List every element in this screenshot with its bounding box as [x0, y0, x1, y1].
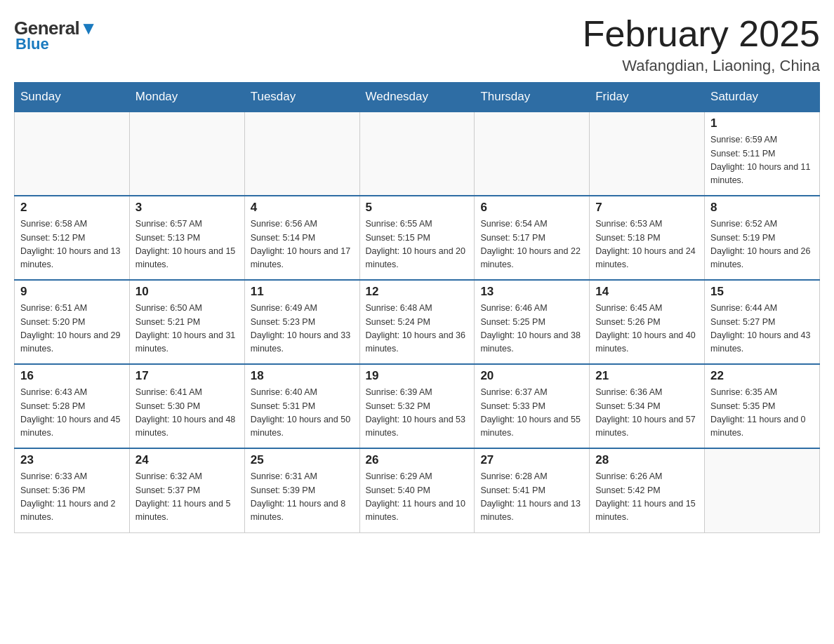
calendar-cell-w4-d1: 24Sunrise: 6:32 AMSunset: 5:37 PMDayligh…: [129, 448, 244, 532]
col-sunday: Sunday: [15, 83, 130, 112]
calendar-cell-w3-d1: 17Sunrise: 6:41 AMSunset: 5:30 PMDayligh…: [129, 364, 244, 448]
calendar-cell-w1-d1: 3Sunrise: 6:57 AMSunset: 5:13 PMDaylight…: [129, 196, 244, 280]
calendar-cell-w2-d4: 13Sunrise: 6:46 AMSunset: 5:25 PMDayligh…: [475, 280, 590, 364]
day-info-21: Sunrise: 6:36 AMSunset: 5:34 PMDaylight:…: [595, 386, 699, 441]
col-friday: Friday: [590, 83, 705, 112]
calendar-cell-w1-d4: 6Sunrise: 6:54 AMSunset: 5:17 PMDaylight…: [475, 196, 590, 280]
calendar-cell-w3-d2: 18Sunrise: 6:40 AMSunset: 5:31 PMDayligh…: [244, 364, 359, 448]
day-info-26: Sunrise: 6:29 AMSunset: 5:40 PMDaylight:…: [366, 470, 469, 525]
calendar-cell-w1-d5: 7Sunrise: 6:53 AMSunset: 5:18 PMDaylight…: [590, 196, 705, 280]
calendar-cell-w0-d5: [590, 112, 705, 196]
calendar-cell-w4-d6: [705, 448, 820, 532]
calendar-body: 1Sunrise: 6:59 AMSunset: 5:11 PMDaylight…: [15, 112, 820, 532]
calendar-cell-w0-d4: [475, 112, 590, 196]
calendar-cell-w4-d2: 25Sunrise: 6:31 AMSunset: 5:39 PMDayligh…: [244, 448, 359, 532]
calendar-cell-w1-d2: 4Sunrise: 6:56 AMSunset: 5:14 PMDaylight…: [244, 196, 359, 280]
day-number-12: 12: [366, 285, 469, 299]
day-number-8: 8: [710, 201, 814, 215]
logo-blue-text: Blue: [15, 35, 49, 53]
week-row-0: 1Sunrise: 6:59 AMSunset: 5:11 PMDaylight…: [15, 112, 820, 196]
calendar-cell-w2-d5: 14Sunrise: 6:45 AMSunset: 5:26 PMDayligh…: [590, 280, 705, 364]
calendar-cell-w1-d3: 5Sunrise: 6:55 AMSunset: 5:15 PMDaylight…: [359, 196, 475, 280]
day-number-10: 10: [135, 285, 239, 299]
days-of-week-row: Sunday Monday Tuesday Wednesday Thursday…: [15, 83, 820, 112]
day-info-17: Sunrise: 6:41 AMSunset: 5:30 PMDaylight:…: [135, 386, 239, 441]
calendar-header: Sunday Monday Tuesday Wednesday Thursday…: [15, 83, 820, 112]
day-info-10: Sunrise: 6:50 AMSunset: 5:21 PMDaylight:…: [135, 302, 239, 356]
calendar-cell-w4-d4: 27Sunrise: 6:28 AMSunset: 5:41 PMDayligh…: [475, 448, 590, 532]
day-number-9: 9: [20, 285, 124, 299]
day-info-13: Sunrise: 6:46 AMSunset: 5:25 PMDaylight:…: [480, 302, 583, 356]
day-number-3: 3: [135, 201, 239, 215]
col-saturday: Saturday: [705, 83, 820, 112]
day-info-15: Sunrise: 6:44 AMSunset: 5:27 PMDaylight:…: [710, 302, 814, 356]
day-number-23: 23: [20, 453, 124, 467]
logo: General▼ Blue: [14, 14, 98, 53]
day-info-14: Sunrise: 6:45 AMSunset: 5:26 PMDaylight:…: [595, 302, 699, 356]
week-row-3: 16Sunrise: 6:43 AMSunset: 5:28 PMDayligh…: [15, 364, 820, 448]
col-monday: Monday: [129, 83, 244, 112]
day-info-8: Sunrise: 6:52 AMSunset: 5:19 PMDaylight:…: [710, 217, 814, 272]
calendar-cell-w3-d0: 16Sunrise: 6:43 AMSunset: 5:28 PMDayligh…: [15, 364, 130, 448]
week-row-1: 2Sunrise: 6:58 AMSunset: 5:12 PMDaylight…: [15, 196, 820, 280]
day-number-17: 17: [135, 369, 239, 383]
page-header: General▼ Blue February 2025 Wafangdian, …: [14, 14, 820, 75]
day-info-6: Sunrise: 6:54 AMSunset: 5:17 PMDaylight:…: [480, 217, 583, 272]
day-number-4: 4: [251, 201, 354, 215]
day-number-28: 28: [595, 453, 699, 467]
week-row-2: 9Sunrise: 6:51 AMSunset: 5:20 PMDaylight…: [15, 280, 820, 364]
day-info-12: Sunrise: 6:48 AMSunset: 5:24 PMDaylight:…: [366, 302, 469, 356]
title-block: February 2025 Wafangdian, Liaoning, Chin…: [583, 14, 820, 75]
day-info-16: Sunrise: 6:43 AMSunset: 5:28 PMDaylight:…: [20, 386, 124, 441]
calendar-cell-w1-d0: 2Sunrise: 6:58 AMSunset: 5:12 PMDaylight…: [15, 196, 130, 280]
day-number-25: 25: [251, 453, 354, 467]
day-info-20: Sunrise: 6:37 AMSunset: 5:33 PMDaylight:…: [480, 386, 583, 441]
calendar-cell-w0-d3: [359, 112, 475, 196]
calendar-cell-w3-d4: 20Sunrise: 6:37 AMSunset: 5:33 PMDayligh…: [475, 364, 590, 448]
month-year-title: February 2025: [583, 14, 820, 54]
location-subtitle: Wafangdian, Liaoning, China: [583, 57, 820, 75]
calendar-cell-w1-d6: 8Sunrise: 6:52 AMSunset: 5:19 PMDaylight…: [705, 196, 820, 280]
day-info-1: Sunrise: 6:59 AMSunset: 5:11 PMDaylight:…: [710, 133, 814, 188]
calendar-cell-w2-d1: 10Sunrise: 6:50 AMSunset: 5:21 PMDayligh…: [129, 280, 244, 364]
day-number-27: 27: [480, 453, 583, 467]
calendar-cell-w0-d1: [129, 112, 244, 196]
day-info-5: Sunrise: 6:55 AMSunset: 5:15 PMDaylight:…: [366, 217, 469, 272]
day-number-20: 20: [480, 369, 583, 383]
day-number-24: 24: [135, 453, 239, 467]
day-info-27: Sunrise: 6:28 AMSunset: 5:41 PMDaylight:…: [480, 470, 583, 525]
day-info-19: Sunrise: 6:39 AMSunset: 5:32 PMDaylight:…: [366, 386, 469, 441]
week-row-4: 23Sunrise: 6:33 AMSunset: 5:36 PMDayligh…: [15, 448, 820, 532]
calendar-cell-w3-d3: 19Sunrise: 6:39 AMSunset: 5:32 PMDayligh…: [359, 364, 475, 448]
calendar-cell-w2-d3: 12Sunrise: 6:48 AMSunset: 5:24 PMDayligh…: [359, 280, 475, 364]
day-number-7: 7: [595, 201, 699, 215]
day-number-19: 19: [366, 369, 469, 383]
day-info-18: Sunrise: 6:40 AMSunset: 5:31 PMDaylight:…: [251, 386, 354, 441]
day-info-23: Sunrise: 6:33 AMSunset: 5:36 PMDaylight:…: [20, 470, 124, 525]
day-number-6: 6: [480, 201, 583, 215]
col-wednesday: Wednesday: [359, 83, 475, 112]
day-info-28: Sunrise: 6:26 AMSunset: 5:42 PMDaylight:…: [595, 470, 699, 525]
day-info-25: Sunrise: 6:31 AMSunset: 5:39 PMDaylight:…: [251, 470, 354, 525]
calendar-cell-w0-d6: 1Sunrise: 6:59 AMSunset: 5:11 PMDaylight…: [705, 112, 820, 196]
day-number-18: 18: [251, 369, 354, 383]
logo-triangle-icon: ▼: [79, 18, 97, 39]
calendar-cell-w3-d5: 21Sunrise: 6:36 AMSunset: 5:34 PMDayligh…: [590, 364, 705, 448]
day-number-22: 22: [710, 369, 814, 383]
calendar-cell-w0-d0: [15, 112, 130, 196]
calendar-cell-w2-d6: 15Sunrise: 6:44 AMSunset: 5:27 PMDayligh…: [705, 280, 820, 364]
day-info-4: Sunrise: 6:56 AMSunset: 5:14 PMDaylight:…: [251, 217, 354, 272]
day-number-11: 11: [251, 285, 354, 299]
calendar-cell-w4-d3: 26Sunrise: 6:29 AMSunset: 5:40 PMDayligh…: [359, 448, 475, 532]
calendar-cell-w4-d0: 23Sunrise: 6:33 AMSunset: 5:36 PMDayligh…: [15, 448, 130, 532]
day-number-5: 5: [366, 201, 469, 215]
day-info-11: Sunrise: 6:49 AMSunset: 5:23 PMDaylight:…: [251, 302, 354, 356]
day-number-14: 14: [595, 285, 699, 299]
day-info-9: Sunrise: 6:51 AMSunset: 5:20 PMDaylight:…: [20, 302, 124, 356]
day-number-26: 26: [366, 453, 469, 467]
calendar-cell-w4-d5: 28Sunrise: 6:26 AMSunset: 5:42 PMDayligh…: [590, 448, 705, 532]
day-info-7: Sunrise: 6:53 AMSunset: 5:18 PMDaylight:…: [595, 217, 699, 272]
day-info-22: Sunrise: 6:35 AMSunset: 5:35 PMDaylight:…: [710, 386, 814, 441]
day-info-24: Sunrise: 6:32 AMSunset: 5:37 PMDaylight:…: [135, 470, 239, 525]
calendar-cell-w0-d2: [244, 112, 359, 196]
